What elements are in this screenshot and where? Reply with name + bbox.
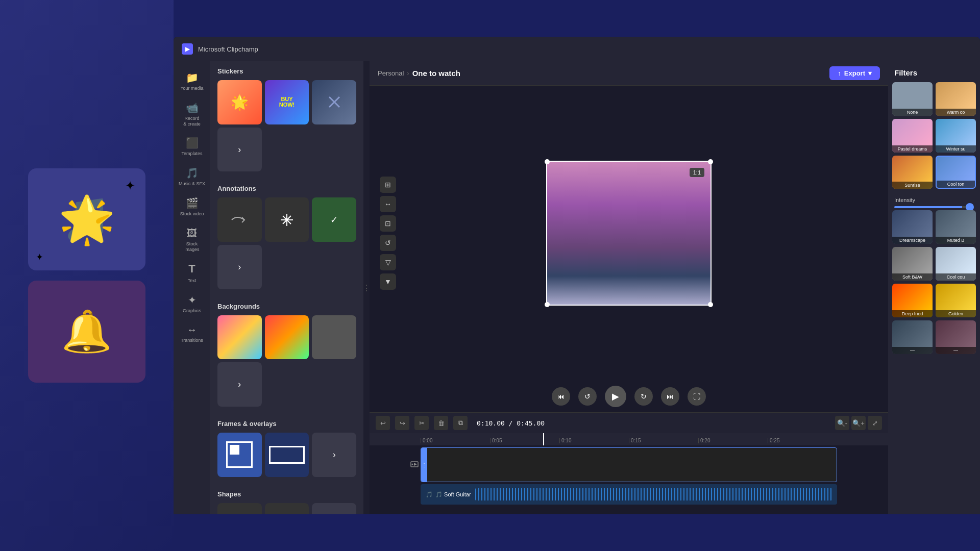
panel-divider[interactable]: ⋮: [363, 61, 370, 514]
playhead[interactable]: [543, 433, 544, 445]
frame-thumb-2[interactable]: [265, 433, 309, 477]
sidebar-item-stock-images[interactable]: 🖼 Stock images: [177, 223, 207, 257]
transitions-icon: ↔: [187, 323, 197, 336]
undo-btn[interactable]: ↩: [376, 416, 390, 430]
filters-panel: Filters None Warm co Pastel dreams Winte…: [888, 61, 980, 514]
ruler-mark-5: 0:05: [490, 438, 559, 443]
frames-more-btn[interactable]: ›: [312, 433, 356, 477]
filter-none[interactable]: None: [892, 82, 933, 116]
breadcrumb-parent[interactable]: Personal: [378, 69, 404, 77]
sidebar-item-text[interactable]: T Text: [177, 258, 207, 287]
stickers-header: Stickers: [217, 67, 356, 75]
rotate-tool[interactable]: ↺: [380, 235, 396, 251]
bg-thumb-3[interactable]: [312, 315, 356, 360]
more-tool[interactable]: ▼: [380, 273, 396, 290]
video-track[interactable]: ⋮ ⋮: [421, 447, 837, 482]
redo-btn[interactable]: ↪: [395, 416, 409, 430]
filter-pastel-dreams[interactable]: Pastel dreams: [892, 119, 933, 153]
play-btn[interactable]: ▶: [605, 386, 626, 407]
shapes-more-btn[interactable]: ›: [312, 503, 356, 514]
ruler-mark-10: 0:10: [559, 438, 629, 443]
stickers-more-btn[interactable]: ›: [217, 128, 262, 172]
annotation-thumb-1[interactable]: [217, 197, 262, 242]
sticker-thumb-2[interactable]: BUYNOW!: [265, 80, 309, 124]
sidebar-item-graphics[interactable]: ✦ Graphics: [177, 290, 207, 318]
preview-area: ⊞ ↔ ⊡ ↺ ▽ ▼: [370, 86, 888, 381]
track-handle-left[interactable]: ⋮: [421, 448, 427, 482]
filter-sunrise[interactable]: Sunrise: [892, 156, 933, 189]
sidebar-item-your-media[interactable]: 📁 Your media: [177, 67, 207, 95]
expand-btn[interactable]: ⤢: [868, 416, 882, 430]
frame-thumb-1[interactable]: [217, 433, 262, 477]
skip-to-end-btn[interactable]: ⏭: [661, 387, 679, 406]
audio-track-label: 🎵 🎵 Soft Guitar: [426, 491, 471, 498]
filter-deepfried[interactable]: Deep fried: [892, 284, 933, 317]
sidebar-item-stock-video[interactable]: 🎬 Stock video: [177, 193, 207, 221]
sidebar-item-record[interactable]: 📹 Record & create: [177, 97, 207, 131]
stickers-section: Stickers 🌟 BUYNOW! ›: [210, 61, 363, 179]
ratio-badge: 1:1: [690, 168, 704, 177]
sidebar-item-music[interactable]: 🎵 Music & SFX: [177, 163, 207, 191]
backgrounds-more-btn[interactable]: ›: [217, 362, 262, 407]
sidebar-item-templates[interactable]: ⬛ Templates: [177, 133, 207, 161]
cut-btn[interactable]: ✂: [414, 416, 429, 430]
fullscreen-btn[interactable]: ⛶: [688, 387, 706, 406]
breadcrumb-current: One to watch: [412, 69, 460, 78]
sidebar-item-transitions[interactable]: ↔ Transitions: [177, 319, 207, 347]
backgrounds-header: Backgrounds: [217, 303, 356, 310]
delete-btn[interactable]: 🗑: [434, 416, 448, 430]
flip-tool[interactable]: ▽: [380, 254, 396, 270]
ruler-mark-0: 0:00: [421, 438, 490, 443]
zoom-in-btn[interactable]: 🔍+: [851, 416, 866, 430]
shape-thumb-2[interactable]: [265, 503, 309, 514]
filter-coolton[interactable]: Cool ton: [936, 156, 976, 189]
filter-mutedb[interactable]: Muted B: [936, 210, 976, 244]
app-title: Microsoft Clipchamp: [198, 45, 258, 53]
annotations-section: Annotations: [210, 179, 363, 296]
annotation-thumb-2[interactable]: [265, 197, 309, 242]
ruler-mark-15: 0:15: [629, 438, 698, 443]
intensity-slider[interactable]: [894, 206, 974, 208]
shape-thumb-1[interactable]: [217, 503, 262, 514]
intensity-label: Intensity: [894, 197, 915, 203]
bg-thumb-1[interactable]: [217, 315, 262, 360]
sticker-thumb-3[interactable]: [312, 80, 356, 124]
crop-tool[interactable]: ⊞: [380, 177, 396, 193]
filter-coolco[interactable]: Cool cou: [936, 247, 976, 281]
forward-btn[interactable]: ↻: [634, 387, 653, 406]
folder-icon: 📁: [186, 71, 199, 84]
frames-header: Frames & overlays: [217, 420, 356, 428]
annotations-more-btn[interactable]: ›: [217, 245, 262, 289]
rewind-btn[interactable]: ↺: [578, 387, 597, 406]
content-panel: Stickers 🌟 BUYNOW! › Annotations: [210, 61, 363, 514]
skip-to-start-btn[interactable]: ⏮: [552, 387, 570, 406]
filter-tool[interactable]: ⊡: [380, 215, 396, 232]
bg-thumb-2[interactable]: [265, 315, 309, 360]
duplicate-btn[interactable]: ⧉: [453, 416, 468, 430]
filter-extra1[interactable]: —: [892, 320, 933, 354]
timeline-area: ↩ ↪ ✂ 🗑 ⧉ 0:10.00 / 0:45.00 🔍- 🔍+ ⤢ 0:00: [370, 412, 888, 514]
audio-waveform: [475, 488, 832, 500]
filters-grid-2: Dreamscape Muted B Soft B&W Cool cou Dee…: [888, 210, 980, 358]
filter-dreamscape[interactable]: Dreamscape: [892, 210, 933, 244]
filter-extra2[interactable]: —: [936, 320, 976, 354]
music-icon: 🎵: [186, 167, 199, 179]
annotation-check[interactable]: ✓: [312, 197, 356, 242]
sticker-thumb-1[interactable]: 🌟: [217, 80, 262, 124]
transform-tool[interactable]: ↔: [380, 196, 396, 212]
export-button[interactable]: ↑ Export ▾: [829, 66, 880, 80]
breadcrumb: Personal › One to watch: [378, 69, 460, 78]
shapes-grid: ›: [217, 503, 356, 514]
stock-video-icon: 🎬: [186, 197, 199, 209]
left-edit-tools: ⊞ ↔ ⊡ ↺ ▽ ▼: [380, 177, 396, 290]
filter-softbw[interactable]: Soft B&W: [892, 247, 933, 281]
video-track-label: [410, 460, 419, 469]
editor-area: Personal › One to watch ↑ Export ▾ ⊞: [370, 61, 888, 514]
filter-winter[interactable]: Winter su: [936, 119, 976, 153]
filter-golden[interactable]: Golden: [936, 284, 976, 317]
filter-warm[interactable]: Warm co: [936, 82, 976, 116]
zoom-out-btn[interactable]: 🔍-: [835, 416, 849, 430]
app-window: ▶ Microsoft Clipchamp 📁 Your media 📹 Rec…: [174, 37, 980, 514]
graphics-icon: ✦: [188, 294, 197, 306]
shapes-section: Shapes ›: [210, 484, 363, 514]
